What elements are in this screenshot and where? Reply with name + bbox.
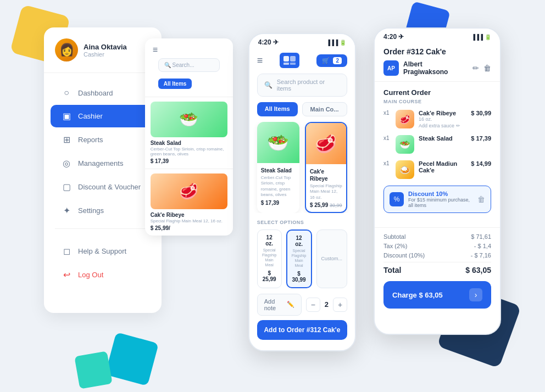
- option-12oz-first[interactable]: 12 oz. Special Flagship Main Meal $ 25,9…: [257, 229, 282, 288]
- tax-label: Tax (2%): [383, 243, 407, 249]
- select-options-section: SELECT OPTIONS 12 oz. Special Flagship M…: [249, 213, 355, 288]
- dashboard-icon: ○: [62, 88, 71, 98]
- sidebar-item-settings[interactable]: ✦ Settings: [51, 199, 155, 222]
- order-item-ribeye: x1 🥩 Cak'e Ribeye 16 oz. Add extra sauce…: [383, 110, 491, 128]
- customer-row: AP Albert Pragiwaksono ✏ 🗑: [383, 60, 491, 76]
- order-title: Order #312 Cak'e: [383, 47, 491, 56]
- order-panel: 4:20 ✈ ▐▐▐ 🔋 Order #312 Cak'e AP Albert …: [374, 27, 501, 335]
- select-options-label: SELECT OPTIONS: [257, 220, 347, 225]
- total-value: $ 63,05: [465, 266, 491, 275]
- nav-bottom: ◻ Help & Support ↩ Log Out: [44, 240, 162, 286]
- option-custom[interactable]: Custom...: [316, 229, 348, 288]
- sidebar-label-cashier: Cashier: [78, 112, 103, 120]
- sidebar-item-discount[interactable]: ▢ Discount & Voucher: [51, 176, 155, 198]
- item-price-2: $ 17,39: [471, 135, 491, 142]
- svg-rect-2: [283, 63, 289, 65]
- logo-svg: [283, 56, 296, 65]
- product-price-1: $ 17,39: [151, 158, 227, 164]
- product-name-2: Cak'e Ribeye: [151, 212, 227, 218]
- customer-name: Albert Pragiwaksono: [403, 60, 468, 76]
- product-desc-1: Cerber-Cut Top Sirloin, crisp romaine, g…: [151, 147, 227, 156]
- mobile-product-name-2: Cak'e Ribeye: [310, 168, 342, 182]
- user-role: Cashier: [84, 51, 127, 58]
- sidebar-label-settings: Settings: [78, 206, 104, 215]
- svg-rect-0: [283, 56, 289, 61]
- mobile-time: 4:20 ✈: [258, 38, 279, 46]
- mobile-product-name-1: Steak Salad: [261, 167, 296, 174]
- add-note-label: Add note: [264, 298, 283, 311]
- order-item-salad: x1 🥗 Steak Salad $ 17,39: [383, 135, 491, 154]
- mobile-header: ≡ 🛒 2: [249, 48, 355, 74]
- svg-rect-1: [290, 56, 296, 61]
- discount-delete-button[interactable]: 🗑: [477, 195, 485, 204]
- qty-increase-button[interactable]: +: [333, 298, 347, 312]
- search-icon: 🔍: [264, 81, 272, 89]
- product-image-salad: 🥗: [151, 102, 227, 137]
- edit-customer-button[interactable]: ✏: [472, 64, 479, 72]
- item-name-3: Pecel Madiun Cak'e: [419, 160, 466, 173]
- subtotal-row: Subtotal $ 71,61: [383, 233, 491, 240]
- all-items-filter[interactable]: All Items: [158, 79, 192, 89]
- charge-button[interactable]: Charge $ 63,05 ›: [383, 281, 491, 309]
- managements-icon: ◎: [62, 158, 71, 169]
- sidebar-item-managements[interactable]: ◎ Managements: [51, 152, 155, 175]
- mobile-product-card-ribeye[interactable]: 🥩 Cak'e Ribeye Special Flagship Main Mea…: [305, 122, 347, 213]
- sidebar-item-dashboard[interactable]: ○ Dashboard: [51, 82, 155, 104]
- search-bar-desktop[interactable]: 🔍 Search...: [158, 58, 220, 72]
- delete-customer-button[interactable]: 🗑: [483, 64, 491, 72]
- product-image-ribeye-mobile: 🥩: [306, 123, 346, 164]
- item-price-3: $ 14,99: [471, 160, 491, 167]
- item-img-3: 🍛: [396, 160, 414, 179]
- option-desc-1: Special Flagship Main Meal: [262, 248, 277, 267]
- quantity-controls: − 2 +: [306, 298, 347, 312]
- user-name: Aina Oktavia: [84, 43, 127, 51]
- mobile-product-card-salad[interactable]: 🥗 Steak Salad Cerber-Cut Top Sirloin, cr…: [257, 122, 299, 213]
- cart-icon: 🛒: [322, 57, 330, 64]
- settings-icon: ✦: [62, 205, 71, 216]
- add-note-row: Add note ✏️ − 2 +: [257, 294, 347, 316]
- qty-decrease-button[interactable]: −: [306, 298, 320, 312]
- order-status-bar: 4:20 ✈ ▐▐▐ 🔋: [375, 29, 500, 43]
- product-desc-2: Special Flaghip Main Meal 12, 16 oz.: [151, 219, 227, 223]
- desktop-product-list: ≡ 🔍 Search... All Items 🥗 Steak Salad Ce…: [145, 38, 233, 236]
- svg-rect-3: [290, 63, 296, 65]
- item-price-1: $ 30,99: [471, 110, 491, 116]
- item-qty-3: x1: [383, 160, 391, 166]
- mobile-search-bar[interactable]: 🔍 Search product or items: [257, 74, 347, 97]
- tab-main-course[interactable]: Main Co...: [302, 102, 347, 116]
- subtotal-label: Subtotal: [383, 233, 405, 240]
- avatar: 👩: [55, 38, 78, 61]
- mobile-product-price-1: $ 17,39: [261, 200, 296, 206]
- discount-icon: ▢: [62, 182, 71, 192]
- reports-icon: ⊞: [62, 135, 71, 145]
- screens-container: 👩 Aina Oktavia Cashier ○ Dashboard ▣ Cas…: [44, 27, 501, 365]
- sidebar-label-managements: Managements: [78, 159, 123, 167]
- desktop-product-2: 🥩 Cak'e Ribeye Special Flaghip Main Meal…: [145, 169, 233, 236]
- product-name-1: Steak Salad: [151, 140, 227, 146]
- item-img-2: 🥗: [396, 135, 414, 154]
- course-label: MAIN COURSE: [383, 99, 491, 104]
- add-to-order-button[interactable]: Add to Order #312 Cak'e: [257, 320, 347, 340]
- sidebar-label-dashboard: Dashboard: [78, 89, 113, 97]
- pencil-icon: ✏️: [287, 301, 294, 308]
- add-note-button[interactable]: Add note ✏️: [257, 294, 302, 316]
- qty-value: 2: [325, 300, 329, 309]
- discount-icon-badge: %: [390, 192, 404, 206]
- item-qty-1: x1: [383, 110, 391, 116]
- mobile-menu-icon[interactable]: ≡: [257, 55, 263, 66]
- item-name-1: Cak'e Ribeye: [419, 110, 466, 116]
- mobile-product-desc-1: Cerber-Cut Top Sirloin, crisp romaine, g…: [261, 175, 296, 198]
- item-sub-1: 16 oz.: [419, 116, 466, 122]
- tab-all-items[interactable]: All Items: [257, 102, 298, 116]
- sidebar-label-discount: Discount & Voucher: [78, 183, 141, 191]
- sidebar-item-help[interactable]: ◻ Help & Support: [51, 240, 155, 262]
- sidebar-item-logout[interactable]: ↩ Log Out: [51, 264, 155, 286]
- sidebar-item-reports[interactable]: ⊞ Reports: [51, 128, 155, 151]
- item-extra-1: Add extra sauce ✏: [419, 123, 466, 128]
- option-12oz-selected[interactable]: 12 oz. Special Flagship Main Meal $ 30,9…: [286, 229, 312, 288]
- sidebar-item-cashier[interactable]: ▣ Cashier: [51, 105, 155, 127]
- order-header: Order #312 Cak'e AP Albert Pragiwaksono …: [375, 43, 500, 82]
- hamburger-icon[interactable]: ≡: [153, 45, 225, 55]
- mobile-cart-button[interactable]: 🛒 2: [316, 54, 347, 67]
- user-profile: 👩 Aina Oktavia Cashier: [44, 38, 162, 73]
